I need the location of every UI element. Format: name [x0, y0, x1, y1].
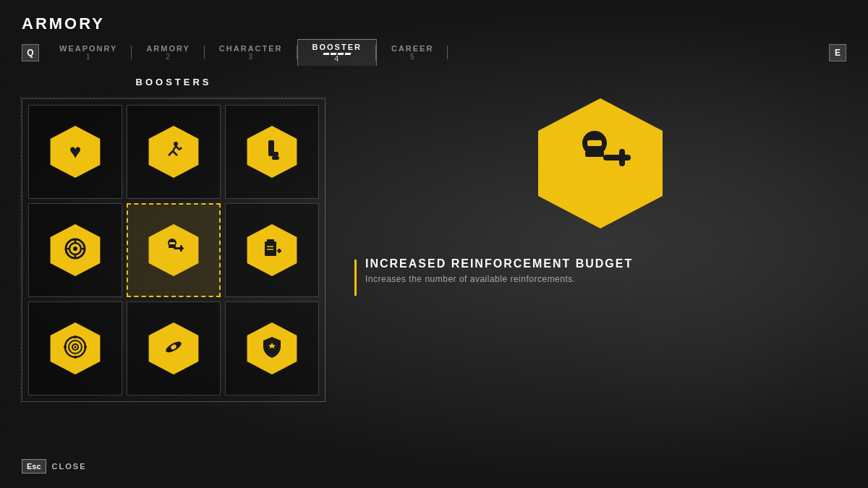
svg-rect-41 — [84, 346, 87, 348]
booster-cell-radar[interactable] — [28, 301, 122, 395]
tab-career-num: 5 — [410, 53, 415, 61]
run-icon — [163, 140, 184, 164]
booster-cell-leg[interactable] — [225, 105, 319, 199]
svg-rect-50 — [585, 151, 604, 157]
svg-line-5 — [173, 151, 177, 155]
booster-cell-sprint[interactable] — [127, 105, 221, 199]
tab-armory[interactable]: ARMORY 2 — [132, 41, 204, 64]
hex-leg — [243, 123, 301, 181]
large-reinforce-icon — [564, 127, 637, 200]
svg-line-7 — [179, 147, 182, 150]
item-name: INCREASED REINFORCEMENT BUDGET — [365, 257, 633, 270]
leg-svg — [262, 139, 282, 162]
booster-grid: ♥ — [28, 105, 319, 395]
stripe-1 — [323, 53, 329, 55]
svg-point-15 — [73, 247, 77, 251]
left-panel: BOOSTERS ♥ — [22, 77, 326, 402]
grid-container: ♥ — [22, 98, 326, 402]
svg-rect-25 — [180, 245, 182, 252]
booster-cell-reinforce[interactable] — [127, 203, 221, 297]
svg-point-37 — [75, 346, 77, 348]
nav-bar: Q WEAPONRY 1 ARMORY 2 CHARACTER 3 BOOSTE… — [22, 39, 846, 66]
page-title: ARMORY — [22, 14, 846, 33]
tab-booster-stripes — [323, 53, 351, 55]
hex-reinforce — [145, 221, 203, 279]
hex-sprint — [145, 123, 203, 181]
booster-cell-target[interactable] — [28, 203, 122, 297]
stripe-3 — [337, 53, 344, 55]
stripe-2 — [330, 53, 336, 55]
nav-key-right[interactable]: E — [829, 44, 846, 61]
svg-rect-52 — [603, 155, 631, 160]
right-panel: INCREASED REINFORCEMENT BUDGET Increases… — [354, 77, 846, 402]
svg-rect-38 — [75, 335, 77, 338]
booster-cell-shield[interactable] — [225, 301, 319, 395]
clipboard-svg — [261, 237, 283, 260]
reinforce-icon — [161, 237, 187, 263]
hex-clipboard — [243, 221, 301, 279]
svg-rect-11 — [272, 156, 279, 160]
target-svg — [64, 237, 87, 260]
booster-cell-clipboard[interactable] — [225, 203, 319, 297]
footer: Esc CLOSE — [22, 459, 86, 474]
large-hex-container — [354, 91, 846, 236]
tab-booster[interactable]: BOOSTER 4 — [297, 39, 377, 66]
hex-shield — [243, 320, 301, 377]
booster-cell-health[interactable]: ♥ — [28, 105, 122, 199]
reinforce-svg — [161, 237, 187, 260]
clipboard-icon — [261, 237, 283, 263]
svg-rect-39 — [75, 356, 77, 359]
hex-target — [46, 221, 104, 279]
tab-armory-num: 2 — [166, 53, 171, 61]
header: ARMORY Q WEAPONRY 1 ARMORY 2 CHARACTER 3… — [22, 14, 846, 66]
panel-title: BOOSTERS — [22, 77, 326, 87]
esc-key[interactable]: Esc — [22, 459, 46, 474]
radar-icon — [63, 335, 88, 362]
hex-health: ♥ — [46, 123, 104, 181]
tab-character-label: CHARACTER — [219, 44, 283, 53]
radar-svg — [63, 335, 88, 359]
tab-booster-num: 4 — [334, 55, 339, 63]
svg-rect-28 — [267, 239, 274, 243]
hex-radar — [46, 320, 104, 377]
svg-rect-27 — [265, 241, 276, 256]
tab-character-num: 3 — [248, 53, 253, 61]
svg-point-2 — [174, 142, 178, 146]
rocket-icon — [161, 337, 187, 360]
item-info: INCREASED REINFORCEMENT BUDGET Increases… — [354, 257, 633, 296]
info-accent — [354, 260, 357, 296]
content: BOOSTERS ♥ — [22, 77, 846, 402]
nav-key-left[interactable]: Q — [22, 44, 39, 61]
footer-close-label: CLOSE — [52, 462, 87, 471]
heart-icon: ♥ — [69, 142, 82, 162]
tab-weaponry[interactable]: WEAPONRY 1 — [45, 41, 132, 64]
tab-booster-label: BOOSTER — [312, 43, 362, 51]
svg-line-4 — [169, 151, 173, 155]
svg-rect-23 — [169, 242, 175, 244]
nav-tabs: WEAPONRY 1 ARMORY 2 CHARACTER 3 BOOSTER — [45, 39, 823, 66]
tab-character[interactable]: CHARACTER 3 — [205, 41, 297, 64]
svg-rect-53 — [619, 149, 625, 166]
leg-icon — [262, 139, 282, 165]
main-container: ARMORY Q WEAPONRY 1 ARMORY 2 CHARACTER 3… — [0, 0, 868, 488]
tab-weaponry-num: 1 — [86, 53, 91, 61]
rocket-svg — [157, 332, 190, 362]
hex-rocket — [145, 320, 203, 377]
shield-svg — [262, 335, 282, 359]
svg-rect-9 — [268, 140, 274, 153]
info-text: INCREASED REINFORCEMENT BUDGET Increases… — [365, 257, 633, 284]
item-description: Increases the number of available reinfo… — [365, 274, 633, 284]
large-hexagon — [528, 91, 673, 236]
tab-weaponry-label: WEAPONRY — [59, 44, 117, 53]
svg-rect-51 — [587, 140, 602, 146]
tab-armory-label: ARMORY — [146, 44, 190, 53]
target-icon — [64, 237, 87, 263]
large-reinforce-svg — [564, 127, 637, 192]
svg-rect-40 — [64, 346, 67, 348]
tab-career-label: CAREER — [391, 44, 433, 53]
stripe-4 — [344, 53, 351, 55]
svg-rect-10 — [268, 152, 278, 156]
shield-icon — [262, 335, 282, 361]
tab-career[interactable]: CAREER 5 — [377, 41, 448, 64]
booster-cell-rocket[interactable] — [127, 301, 221, 395]
